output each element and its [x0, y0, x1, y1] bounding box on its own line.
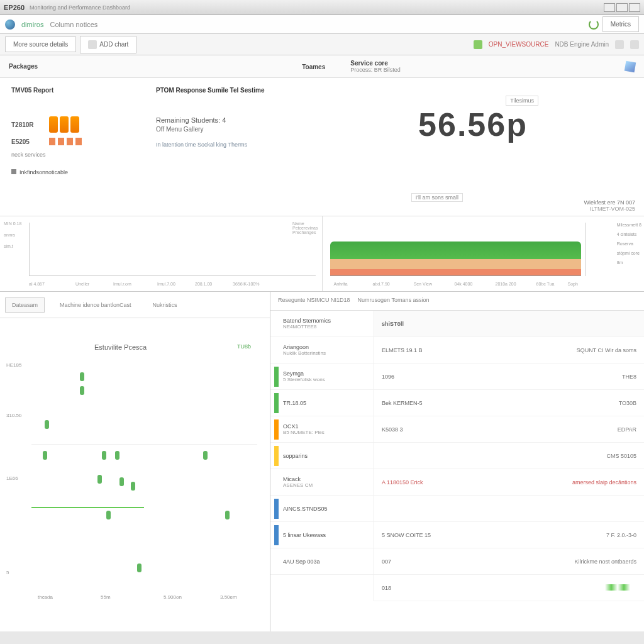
- details-header: Resegunte NSIMCU NI1D18 Numrusogen Toman…: [270, 292, 644, 311]
- maximize-button[interactable]: [616, 3, 628, 12]
- category-item[interactable]: Batend SternomicsNE4MOTTEE8: [270, 311, 374, 337]
- x-axis-line: [29, 275, 316, 276]
- scatter-point: [45, 420, 49, 429]
- tab-add-chart[interactable]: ADD chart: [80, 36, 136, 53]
- hdr-toames: Toames: [302, 64, 325, 70]
- right-area-chart: Anhrita abd.7.90 Sen View 04k 4000 2010a…: [323, 216, 645, 291]
- value-row[interactable]: 1096THE8: [374, 364, 644, 390]
- category-item[interactable]: AINCS.STNDS05: [270, 496, 374, 522]
- refresh-icon[interactable]: [589, 19, 599, 30]
- metric-1: T2810R: [11, 116, 156, 133]
- value-list: shiSTöllELMETS 19.1 BSQUNT CI Wir da som…: [374, 311, 644, 601]
- charts-row: MIN 0.18 annra sim.t al 4.867 Uneller Im…: [0, 216, 644, 292]
- scatter-point: [137, 564, 142, 572]
- app-name: EP260: [4, 4, 25, 11]
- link-viewsource[interactable]: OPN_VIEWSOURCE: [489, 41, 549, 48]
- tab-machine[interactable]: Machine idence bantlonCast: [53, 298, 138, 312]
- scatter-point: [119, 477, 124, 486]
- value-row[interactable]: 007Kilrickme nost ontbaerds: [374, 548, 644, 575]
- bottom-section: Dateasam Machine idence bantlonCast Nukr…: [0, 292, 644, 631]
- stacked-area: [330, 242, 582, 276]
- details-panel: Resegunte NSIMCU NI1D18 Numrusogen Toman…: [270, 292, 644, 631]
- scatter-point: [225, 511, 230, 519]
- scatter-tabs: Dateasam Machine idence bantlonCast Nukr…: [0, 292, 270, 318]
- value-header: shiSTöll: [374, 311, 644, 337]
- metrics-button[interactable]: Metrics: [602, 16, 639, 32]
- scatter-point: [106, 511, 111, 519]
- category-item[interactable]: OCX1B5 NUMETE: Ples: [270, 416, 374, 443]
- tool-icon-1[interactable]: [615, 40, 624, 49]
- window-titlebar: EP260 Monitoring and Performance Dashboa…: [0, 0, 644, 15]
- value-row[interactable]: [374, 496, 644, 522]
- category-item[interactable]: AriangoonNuklik Botterinstins: [270, 337, 374, 364]
- scatter-point: [102, 451, 106, 460]
- category-item[interactable]: TR.18.05: [270, 390, 374, 416]
- left-chart: MIN 0.18 annra sim.t al 4.867 Uneller Im…: [0, 216, 323, 291]
- category-item[interactable]: 5 linsar Ukewass: [270, 522, 374, 548]
- bars-icon-orange: [49, 116, 79, 133]
- globe-icon: [5, 19, 15, 30]
- close-button[interactable]: [629, 3, 640, 12]
- bars-icon-small: [49, 138, 82, 145]
- scatter-point: [80, 386, 84, 395]
- menubar: dimiros Column notices Metrics: [0, 15, 644, 34]
- cube-icon[interactable]: [625, 60, 636, 72]
- window-controls: [604, 3, 640, 12]
- tab-nukristics[interactable]: Nukristics: [147, 298, 184, 312]
- timestamp-corner: Wiekfest ere 7N 007 ILTMET-VOM-025: [584, 199, 635, 212]
- gallery-label: Off Menu Gallery: [156, 126, 313, 133]
- category-item[interactable]: MicackASENES CM: [270, 469, 374, 496]
- category-item[interactable]: 4AU Sep 003a: [270, 548, 374, 575]
- scatter-point: [97, 475, 102, 484]
- hdr-process: Process: BR Bilsted: [350, 67, 401, 73]
- scatter-point: [115, 451, 119, 460]
- scatter-panel: Dateasam Machine idence bantlonCast Nukr…: [0, 292, 270, 631]
- tool-icon-2[interactable]: [630, 40, 639, 49]
- bignum-label: Tilesimus: [506, 96, 538, 106]
- response-title: PTOM Response Sumile Tel Sestime: [156, 87, 313, 94]
- metric-2: E5205: [11, 138, 156, 145]
- hdr-packages: Packages: [9, 63, 38, 70]
- link-engine-admin[interactable]: NDB Engine Admin: [555, 41, 609, 48]
- tab-source-details[interactable]: More source details: [5, 36, 76, 52]
- minimize-button[interactable]: [604, 3, 615, 12]
- area-legend: Milessmett 8 4 cintelets Roserva stöpmi …: [617, 223, 641, 270]
- remaining-students: Remaining Students: 4: [156, 116, 313, 124]
- metric-sublabel: neck services: [11, 152, 156, 158]
- value-row[interactable]: Bek KERMEN-5TO30B: [374, 390, 644, 416]
- value-row[interactable]: 018: [374, 575, 644, 601]
- value-row[interactable]: CMS 50105: [374, 443, 644, 469]
- sparkline-icon: [605, 584, 636, 591]
- legend-item: Inkfindsonnoticable: [11, 169, 156, 175]
- tab-dateasam[interactable]: Dateasam: [5, 297, 45, 313]
- detail-link[interactable]: In latention time Sockal king Therms: [156, 142, 313, 148]
- category-item[interactable]: Seymga5 Steriefolisk wons: [270, 364, 374, 390]
- value-row[interactable]: A 1180150 Erickamersed slaip decântions: [374, 469, 644, 496]
- summary-panel: TMV05 Report T2810R E5205 neck services …: [0, 78, 644, 216]
- add-icon: [88, 40, 97, 49]
- column-headers: Packages Toames Service core Process: BR…: [0, 55, 644, 78]
- scatter-point: [131, 482, 135, 491]
- toolbar: More source details ADD chart OPN_VIEWSO…: [0, 34, 644, 55]
- category-list: Batend SternomicsNE4MOTTEE8AriangoonNukl…: [270, 311, 374, 601]
- menu-item-2[interactable]: Column notices: [50, 21, 97, 28]
- category-item[interactable]: sopparins: [270, 443, 374, 469]
- value-row[interactable]: 5 SNOW COITE 157 F. 2.0.-3-0: [374, 522, 644, 548]
- hdr-service-core: Service core: [350, 60, 401, 67]
- report-title: TMV05 Report: [11, 87, 156, 94]
- scatter-point: [43, 451, 47, 460]
- big-metric-value: 56.56p: [313, 106, 633, 143]
- value-row[interactable]: K5038 3EDPAR: [374, 416, 644, 443]
- scatter-chart: Estuvilite Pcesca TU8b HE185 310.5b 1E66…: [0, 318, 270, 608]
- y-axis-line: [29, 223, 30, 276]
- status-pill: I'll am sons small: [411, 193, 463, 202]
- value-row[interactable]: ELMETS 19.1 BSQUNT CI Wir da soms: [374, 337, 644, 364]
- scatter-point: [80, 372, 84, 381]
- scatter-point: [203, 451, 208, 460]
- app-subtitle: Monitoring and Performance Dashboard: [30, 4, 130, 11]
- menu-item-1[interactable]: dimiros: [21, 21, 43, 28]
- status-dot-icon: [474, 40, 482, 49]
